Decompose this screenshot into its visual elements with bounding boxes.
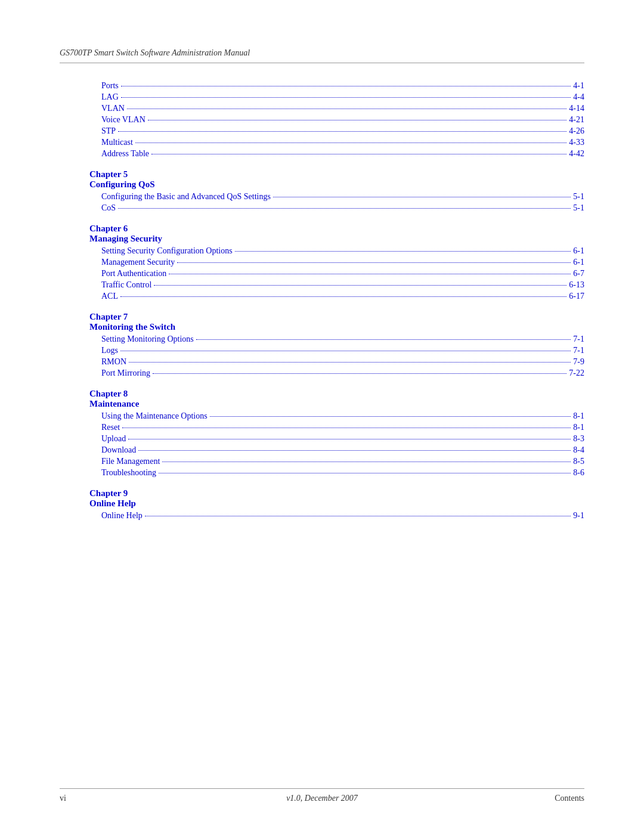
chapter-label[interactable]: Chapter 9 [89, 488, 584, 498]
toc-link[interactable]: Download [101, 445, 136, 455]
toc-page: 4-33 [569, 138, 584, 147]
toc-link[interactable]: Troubleshooting [101, 468, 156, 478]
toc-entry[interactable]: Traffic Control 6-13 [89, 280, 584, 290]
toc-link[interactable]: Using the Maintenance Options [101, 411, 208, 421]
toc-page: 4-26 [569, 126, 584, 136]
toc-dots [235, 251, 571, 252]
toc-entry[interactable]: Voice VLAN 4-21 [89, 115, 584, 125]
chapter-label[interactable]: Chapter 8 [89, 389, 584, 399]
toc-link[interactable]: Multicast [101, 138, 133, 147]
toc-page: 8-6 [573, 468, 584, 478]
toc-page: 4-4 [573, 92, 584, 102]
toc-page: 7-9 [573, 357, 584, 367]
toc-entry[interactable]: VLAN 4-14 [89, 104, 584, 113]
toc-link[interactable]: Online Help [101, 511, 143, 521]
toc-dots [138, 450, 571, 451]
toc-entry[interactable]: Upload 8-3 [89, 434, 584, 444]
toc-dots [118, 208, 571, 209]
chapter-label[interactable]: Chapter 7 [89, 312, 584, 322]
toc-link[interactable]: Configuring the Basic and Advanced QoS S… [101, 192, 271, 202]
toc-link[interactable]: STP [101, 126, 116, 136]
toc-dots [128, 439, 571, 439]
toc-page: 6-13 [569, 280, 584, 290]
toc-dots [120, 296, 566, 297]
toc-link[interactable]: Reset [101, 423, 120, 432]
chapter-title[interactable]: Online Help [89, 498, 584, 509]
toc-page: 8-3 [573, 434, 584, 444]
toc-entry[interactable]: LAG 4-4 [89, 92, 584, 102]
toc-link[interactable]: File Management [101, 457, 160, 466]
toc-page: 4-21 [569, 115, 584, 125]
toc-page: 4-14 [569, 104, 584, 113]
chapter-heading-ch7: Chapter 7 Monitoring the Switch [89, 312, 584, 332]
toc-entry[interactable]: Troubleshooting 8-6 [89, 468, 584, 478]
toc-entry[interactable]: Reset 8-1 [89, 423, 584, 432]
toc-dots [122, 428, 571, 428]
page-footer: vi v1.0, December 2007 Contents [60, 788, 584, 803]
chapter-title[interactable]: Configuring QoS [89, 179, 584, 190]
toc-dots [169, 274, 571, 274]
chapter-title[interactable]: Managing Security [89, 234, 584, 244]
toc-link[interactable]: Management Security [101, 258, 175, 267]
toc-link[interactable]: Logs [101, 346, 118, 355]
toc-entry[interactable]: Multicast 4-33 [89, 138, 584, 147]
toc-entry[interactable]: Configuring the Basic and Advanced QoS S… [89, 192, 584, 202]
toc-entry[interactable]: Logs 7-1 [89, 346, 584, 355]
toc-link[interactable]: Upload [101, 434, 126, 444]
toc-dots [148, 120, 567, 120]
toc-dots [135, 143, 566, 143]
toc-link[interactable]: Setting Security Configuration Options [101, 246, 233, 256]
footer-version: v1.0, December 2007 [286, 794, 358, 803]
toc-link[interactable]: Address Table [101, 149, 149, 159]
toc-page: 5-1 [573, 192, 584, 202]
toc-entry[interactable]: Management Security 6-1 [89, 258, 584, 267]
toc-link[interactable]: CoS [101, 203, 116, 213]
toc-page: 7-22 [569, 368, 584, 378]
toc-entry[interactable]: ACL 6-17 [89, 292, 584, 301]
toc-entry[interactable]: RMON 7-9 [89, 357, 584, 367]
toc-entry[interactable]: STP 4-26 [89, 126, 584, 136]
toc-entry[interactable]: Online Help 9-1 [89, 511, 584, 521]
toc-dots [118, 131, 566, 132]
top-entries: Ports 4-1 LAG 4-4 VLAN 4-14 Voice VLAN 4… [89, 81, 584, 159]
header-title: GS700TP Smart Switch Software Administra… [60, 48, 250, 57]
toc-dots [159, 473, 571, 473]
toc-entry[interactable]: Setting Monitoring Options 7-1 [89, 335, 584, 344]
toc-link[interactable]: RMON [101, 357, 126, 367]
toc-link[interactable]: Voice VLAN [101, 115, 145, 125]
toc-dots [154, 285, 566, 286]
toc-link[interactable]: Port Authentication [101, 269, 166, 278]
toc-page: 9-1 [573, 511, 584, 521]
toc-page: 5-1 [573, 203, 584, 213]
toc-entry[interactable]: Download 8-4 [89, 445, 584, 455]
toc-link[interactable]: ACL [101, 292, 118, 301]
toc-entry[interactable]: CoS 5-1 [89, 203, 584, 213]
toc-entry[interactable]: Ports 4-1 [89, 81, 584, 91]
toc-link[interactable]: VLAN [101, 104, 125, 113]
toc-entry[interactable]: Using the Maintenance Options 8-1 [89, 411, 584, 421]
toc-entry[interactable]: Port Mirroring 7-22 [89, 368, 584, 378]
toc-dots [121, 86, 571, 86]
toc-dots [210, 416, 571, 417]
toc-entry[interactable]: Setting Security Configuration Options 6… [89, 246, 584, 256]
chapter-title[interactable]: Monitoring the Switch [89, 322, 584, 332]
chapter-title[interactable]: Maintenance [89, 399, 584, 409]
toc-dots [127, 109, 566, 109]
toc-link[interactable]: Ports [101, 81, 119, 91]
toc-link[interactable]: Traffic Control [101, 280, 151, 290]
toc-entry[interactable]: Port Authentication 6-7 [89, 269, 584, 278]
toc-page: 6-1 [573, 258, 584, 267]
toc-page: 8-1 [573, 411, 584, 421]
toc-entry[interactable]: File Management 8-5 [89, 457, 584, 466]
toc-dots [129, 362, 571, 363]
toc-link[interactable]: LAG [101, 92, 119, 102]
toc-link[interactable]: Port Mirroring [101, 368, 150, 378]
toc-page: 7-1 [573, 335, 584, 344]
toc-page: 8-1 [573, 423, 584, 432]
chapter-label[interactable]: Chapter 6 [89, 224, 584, 234]
toc-link[interactable]: Setting Monitoring Options [101, 335, 194, 344]
toc-dots [151, 154, 566, 154]
chapter-label[interactable]: Chapter 5 [89, 169, 584, 179]
toc-entry[interactable]: Address Table 4-42 [89, 149, 584, 159]
toc-dots [121, 97, 571, 98]
